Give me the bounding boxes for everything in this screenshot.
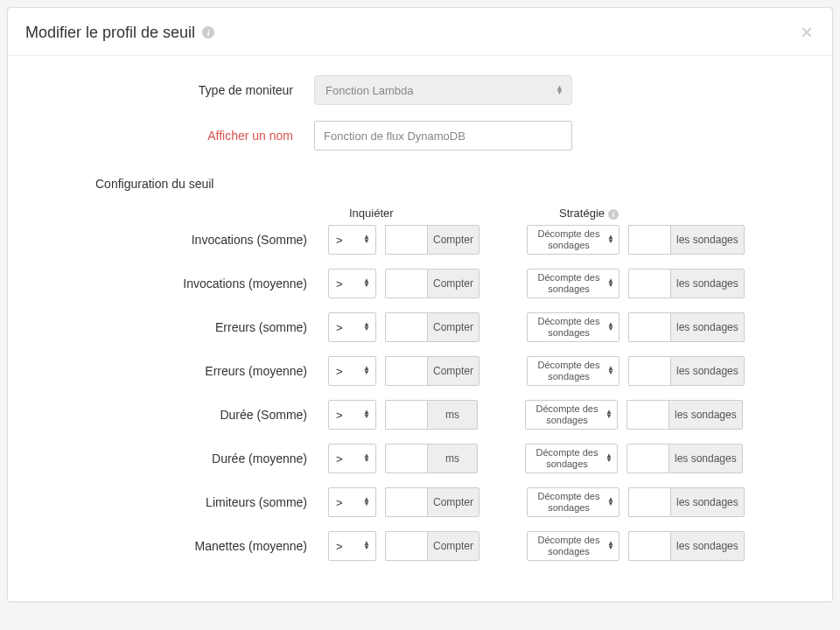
operator-select[interactable]: >▲▼ [328, 444, 376, 473]
chevron-updown-icon: ▲▼ [607, 235, 614, 244]
strategy-select[interactable]: Décompte des sondages▲▼ [527, 312, 620, 342]
worry-value-group: ms [385, 444, 478, 473]
unit-addon: Compter [427, 531, 480, 561]
unit-addon: ms [427, 444, 478, 473]
strategy-select[interactable]: Décompte des sondages▲▼ [527, 356, 620, 386]
strategy-select[interactable]: Décompte des sondages▲▼ [527, 225, 620, 255]
polls-value-input[interactable] [628, 225, 670, 255]
worry-value-group: Compter [385, 225, 480, 255]
chevron-updown-icon: ▲▼ [607, 498, 614, 507]
threshold-row: Limiteurs (somme)>▲▼CompterDécompte des … [43, 487, 797, 517]
unit-addon: Compter [427, 269, 480, 298]
worry-value-group: Compter [385, 269, 480, 298]
chevron-updown-icon: ▲▼ [607, 542, 614, 550]
monitor-type-value: Fonction Lambda [314, 75, 572, 105]
modal-title-text: Modifier le profil de seuil [25, 24, 195, 42]
polls-addon: les sondages [670, 312, 745, 342]
worry-value-group: Compter [385, 487, 480, 517]
operator-select[interactable]: >▲▼ [328, 225, 376, 255]
polls-addon: les sondages [670, 269, 745, 298]
close-button[interactable]: × [797, 22, 816, 43]
threshold-label: Erreurs (moyenne) [43, 364, 328, 378]
threshold-row: Erreurs (somme)>▲▼CompterDécompte des so… [43, 312, 797, 342]
info-icon[interactable]: i [608, 209, 619, 220]
operator-select[interactable]: >▲▼ [328, 356, 376, 386]
worry-value-input[interactable] [385, 531, 427, 561]
chevron-updown-icon: ▲▼ [607, 279, 614, 288]
operator-select[interactable]: >▲▼ [328, 400, 376, 430]
threshold-label: Durée (Somme) [43, 408, 328, 422]
display-name-row: Afficher un nom [43, 121, 797, 150]
operator-select[interactable]: >▲▼ [328, 487, 376, 517]
threshold-row: Durée (Somme)>▲▼msDécompte des sondages▲… [43, 400, 797, 430]
threshold-config-heading: Configuration du seuil [95, 177, 797, 191]
chevron-updown-icon: ▲▼ [606, 454, 612, 463]
polls-value-input[interactable] [628, 312, 670, 342]
operator-select[interactable]: >▲▼ [328, 312, 376, 342]
worry-value-input[interactable] [385, 356, 427, 386]
polls-addon: les sondages [670, 356, 745, 386]
strategy-select[interactable]: Décompte des sondages▲▼ [525, 400, 618, 430]
chevron-updown-icon: ▲▼ [363, 454, 370, 463]
strategy-select[interactable]: Décompte des sondages▲▼ [525, 444, 618, 473]
worry-value-input[interactable] [385, 225, 427, 255]
chevron-updown-icon: ▲▼ [363, 498, 370, 507]
threshold-row: Erreurs (moyenne)>▲▼CompterDécompte des … [43, 356, 797, 386]
polls-value-input[interactable] [628, 356, 670, 386]
threshold-row: Invocations (Somme)>▲▼CompterDécompte de… [43, 225, 797, 255]
polls-value-group: les sondages [626, 400, 743, 430]
chevron-updown-icon: ▲▼ [606, 410, 612, 419]
col-worry: Inquiéter [349, 206, 515, 220]
worry-value-group: ms [385, 400, 478, 430]
chevron-updown-icon: ▲▼ [363, 235, 370, 244]
unit-addon: ms [427, 400, 478, 430]
polls-value-input[interactable] [628, 531, 670, 561]
threshold-row: Durée (moyenne)>▲▼msDécompte des sondage… [43, 444, 797, 473]
strategy-select[interactable]: Décompte des sondages▲▼ [527, 269, 620, 298]
polls-addon: les sondages [670, 487, 745, 517]
chevron-updown-icon: ▲▼ [363, 542, 370, 550]
monitor-type-label: Type de moniteur [43, 83, 314, 97]
chevron-updown-icon: ▲▼ [607, 367, 614, 375]
operator-select[interactable]: >▲▼ [328, 269, 376, 298]
polls-value-input[interactable] [626, 444, 668, 473]
threshold-profile-modal: Modifier le profil de seuil i × Type de … [7, 7, 833, 602]
polls-value-input[interactable] [626, 400, 668, 430]
polls-addon: les sondages [668, 444, 743, 473]
worry-value-input[interactable] [385, 444, 427, 473]
worry-value-input[interactable] [385, 487, 427, 517]
polls-addon: les sondages [670, 225, 745, 255]
threshold-label: Invocations (moyenne) [43, 276, 328, 290]
column-headers: Inquiéter Stratégiei [43, 206, 797, 220]
polls-value-group: les sondages [628, 225, 745, 255]
threshold-label: Manettes (moyenne) [43, 539, 328, 553]
polls-value-input[interactable] [628, 269, 670, 298]
operator-select[interactable]: >▲▼ [328, 531, 376, 561]
threshold-row: Manettes (moyenne)>▲▼CompterDécompte des… [43, 531, 797, 561]
display-name-input[interactable] [314, 121, 572, 150]
monitor-type-select: Fonction Lambda ▲▼ [314, 75, 572, 105]
chevron-updown-icon: ▲▼ [363, 410, 370, 419]
threshold-row: Invocations (moyenne)>▲▼CompterDécompte … [43, 269, 797, 298]
chevron-updown-icon: ▲▼ [363, 367, 370, 375]
info-icon[interactable]: i [202, 26, 214, 38]
threshold-label: Durée (moyenne) [43, 452, 328, 466]
polls-value-group: les sondages [628, 312, 745, 342]
polls-value-input[interactable] [628, 487, 670, 517]
strategy-select[interactable]: Décompte des sondages▲▼ [527, 531, 620, 561]
worry-value-input[interactable] [385, 312, 427, 342]
monitor-type-row: Type de moniteur Fonction Lambda ▲▼ [43, 75, 797, 105]
chevron-updown-icon: ▲▼ [363, 279, 370, 288]
worry-value-group: Compter [385, 356, 480, 386]
worry-value-input[interactable] [385, 400, 427, 430]
polls-addon: les sondages [668, 400, 743, 430]
threshold-label: Invocations (Somme) [43, 233, 328, 247]
worry-value-input[interactable] [385, 269, 427, 298]
col-strategy: Stratégiei [559, 206, 725, 220]
polls-value-group: les sondages [626, 444, 743, 473]
worry-value-group: Compter [385, 312, 480, 342]
display-name-label: Afficher un nom [43, 129, 314, 143]
chevron-updown-icon: ▲▼ [607, 323, 614, 332]
unit-addon: Compter [427, 225, 480, 255]
strategy-select[interactable]: Décompte des sondages▲▼ [527, 487, 620, 517]
